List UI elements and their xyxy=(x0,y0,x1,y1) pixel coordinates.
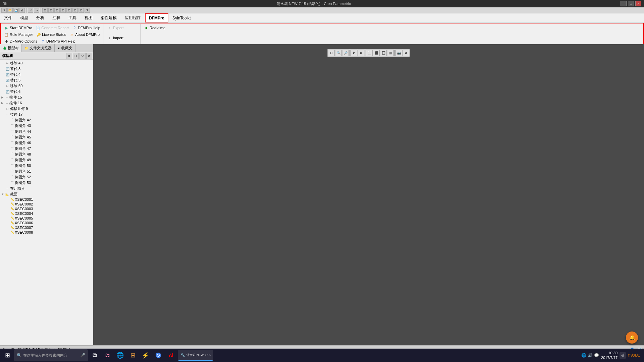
misc-btn5[interactable]: ◻ xyxy=(66,8,72,13)
vp-shaded[interactable]: ⬛ xyxy=(373,50,380,56)
adobe-icon[interactable]: Ai xyxy=(165,349,177,361)
start-dfmpro-button[interactable]: ▶ Start DFMPro xyxy=(3,25,34,31)
tree-item[interactable]: □偏移几何 9 xyxy=(0,106,93,112)
tree-item[interactable]: ⌒倒圆角 45 xyxy=(0,134,93,140)
tree-item[interactable]: 🔄替代 6 xyxy=(0,89,93,95)
misc-btn1[interactable]: ◻ xyxy=(42,8,48,13)
tree-item[interactable]: ▶↔拉伸 15 xyxy=(0,95,93,100)
tree-item[interactable]: ✂移除 49 xyxy=(0,60,93,66)
misc-btn7[interactable]: ◻ xyxy=(78,8,84,13)
tab-syintoolkt[interactable]: SyinToolkt xyxy=(168,13,195,22)
misc-btn6[interactable]: ◻ xyxy=(72,8,78,13)
tree-item[interactable]: 📏XSEC0002 xyxy=(0,202,93,206)
tree-item[interactable]: ✂移除 50 xyxy=(0,83,93,89)
menu-annotation[interactable]: 注释 xyxy=(48,13,64,22)
menu-view[interactable]: 视图 xyxy=(80,13,97,22)
task-view-button[interactable]: ⧉ xyxy=(89,349,101,361)
rule-manager-button[interactable]: 📋 Rule Manager xyxy=(3,32,34,38)
search-button[interactable]: 🔍 在这里输入你要搜索的内容 🎤 xyxy=(14,349,88,361)
tree-item[interactable]: ⌒倒圆角 47 xyxy=(0,146,93,152)
tree-item[interactable]: 🔄替代 3 xyxy=(0,66,93,72)
tree-item[interactable]: ⌒倒圆角 50 xyxy=(0,163,93,169)
filter-button[interactable]: ≡ xyxy=(66,53,72,59)
vp-shaded-edges[interactable]: ◫ xyxy=(387,50,394,56)
tree-item[interactable]: ↔拉伸 17 xyxy=(0,112,93,117)
print-button[interactable]: 🖨 xyxy=(19,8,25,13)
import-button[interactable]: ↓ Import xyxy=(106,35,125,41)
tree-item[interactable]: 📏XSEC0006 xyxy=(0,221,93,225)
active-app-creo[interactable]: 🔧 清水箱-NEW-7-15 xyxy=(178,350,213,361)
close-panel-button[interactable]: ✕ xyxy=(86,53,92,59)
tree-item[interactable]: ⌒倒圆角 51 xyxy=(0,169,93,174)
vp-zoom-fit[interactable]: ⊡ xyxy=(328,50,335,56)
vp-rotate[interactable]: ↻ xyxy=(358,50,364,56)
chrome-icon[interactable] xyxy=(152,349,164,361)
open-button[interactable]: 📂 xyxy=(7,8,13,13)
vp-zoom-out[interactable]: 🔎 xyxy=(342,50,349,56)
tab-dfmpro[interactable]: DFMPro xyxy=(145,13,168,22)
tree-item[interactable]: 📏XSEC0001 xyxy=(0,197,93,202)
browser-icon[interactable]: 🌐 xyxy=(114,349,126,361)
menu-file[interactable]: 文件 xyxy=(0,13,16,22)
tree-item[interactable]: ⌒倒圆角 44 xyxy=(0,129,93,134)
menu-flexible[interactable]: 柔性建模 xyxy=(97,13,121,22)
undo-button[interactable]: ↩ xyxy=(28,8,33,13)
realtime-button[interactable]: ● Real-time xyxy=(143,25,167,31)
tab-file-browser[interactable]: 📁 文件夹浏览器 xyxy=(22,44,55,52)
layer-button[interactable]: ⊡ xyxy=(73,53,79,59)
maximize-button[interactable]: □ xyxy=(628,1,634,6)
tree-item[interactable]: ▼📐截面 xyxy=(0,191,93,197)
vp-view-mgr[interactable]: 📷 xyxy=(395,50,402,56)
new-button[interactable]: 🗋 xyxy=(1,8,7,13)
tree-item[interactable]: 📏XSEC0007 xyxy=(0,225,93,230)
vp-wireframe[interactable]: ⬜ xyxy=(366,50,373,56)
tab-model-tree[interactable]: 🌲 模型树 xyxy=(0,44,22,52)
tree-item[interactable]: →在此插入 xyxy=(0,186,93,191)
mail-icon[interactable]: ⚡ xyxy=(140,349,152,361)
tree-item[interactable]: 📏XSEC0008 xyxy=(0,230,93,235)
tree-item[interactable]: ⌒倒圆角 46 xyxy=(0,140,93,146)
vp-hidden[interactable]: 🔲 xyxy=(380,50,387,56)
tree-item[interactable]: ⌒倒圆角 48 xyxy=(0,152,93,157)
misc-btn4[interactable]: ◻ xyxy=(60,8,66,13)
file-explorer-icon[interactable]: 🗂 xyxy=(101,349,113,361)
store-icon[interactable]: ⊞ xyxy=(127,349,139,361)
tree-item[interactable]: 🔄替代 5 xyxy=(0,77,93,83)
tree-item[interactable]: ⌒倒圆角 52 xyxy=(0,174,93,180)
misc-btn3[interactable]: ◻ xyxy=(54,8,60,13)
misc-btn2[interactable]: ◻ xyxy=(48,8,54,13)
tree-item[interactable]: 🔄替代 4 xyxy=(0,72,93,77)
menu-applications[interactable]: 应用程序 xyxy=(121,13,145,22)
generate-report-button[interactable]: 📄 Generate Report xyxy=(34,25,70,31)
action-center-icon[interactable]: 💬 xyxy=(594,353,599,358)
vp-pan[interactable]: ✥ xyxy=(351,50,357,56)
vp-display[interactable]: ⚙ xyxy=(402,50,409,56)
license-status-button[interactable]: 🔑 License Status xyxy=(35,32,67,38)
quick-dropdown[interactable]: ▼ xyxy=(85,8,90,13)
vp-zoom-in[interactable]: 🔍 xyxy=(335,50,342,56)
dfmpro-options-button[interactable]: ⚙ DFMPro Options xyxy=(3,38,39,44)
start-button[interactable]: ⊞ xyxy=(1,349,13,361)
lang-indicator[interactable]: 英 xyxy=(620,352,626,359)
menu-model[interactable]: 模型 xyxy=(16,13,32,22)
notification-button[interactable]: 🔔 xyxy=(626,331,638,344)
tab-favorites[interactable]: ★ 收藏夹 xyxy=(55,44,75,52)
tree-item[interactable]: 📏XSEC0003 xyxy=(0,206,93,211)
menu-tools[interactable]: 工具 xyxy=(64,13,80,22)
close-button[interactable]: ✕ xyxy=(635,1,641,6)
tree-item[interactable]: ⌒倒圆角 53 xyxy=(0,180,93,186)
tree-item[interactable]: ▶↔拉伸 16 xyxy=(0,100,93,106)
dfmpro-help-button[interactable]: ? DFMPro Help xyxy=(71,25,102,31)
dfmpro-api-help-button[interactable]: ? DFMPro API Help xyxy=(39,38,77,44)
menu-analysis[interactable]: 分析 xyxy=(32,13,48,22)
redo-button[interactable]: ↪ xyxy=(34,8,39,13)
tree-item[interactable]: 📏XSEC0005 xyxy=(0,216,93,221)
minimize-button[interactable]: — xyxy=(621,1,627,6)
tree-item[interactable]: ⌒倒圆角 42 xyxy=(0,117,93,123)
settings-button[interactable]: ⚙ xyxy=(79,53,86,59)
tree-item[interactable]: ⌒倒圆角 49 xyxy=(0,157,93,163)
tree-item[interactable]: ⌒倒圆角 43 xyxy=(0,123,93,129)
tree-item[interactable]: 📏XSEC0004 xyxy=(0,211,93,216)
about-dfmpro-button[interactable]: ⚠ About DFMPro xyxy=(68,32,101,38)
export-button[interactable]: ↑ Export xyxy=(106,25,125,31)
